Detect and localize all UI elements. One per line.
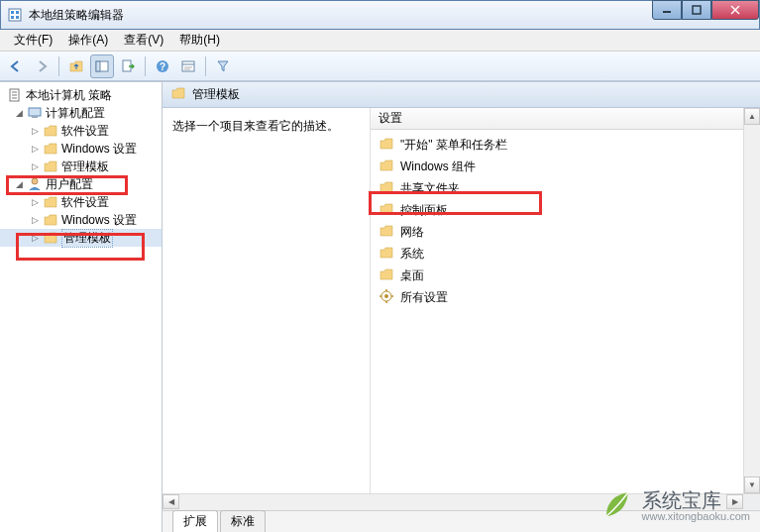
- window-controls: [652, 0, 759, 20]
- expand-icon[interactable]: ▷: [30, 144, 40, 154]
- svg-rect-6: [693, 6, 701, 14]
- list-item[interactable]: 桌面: [371, 265, 760, 286]
- list-item[interactable]: 系统: [371, 243, 760, 265]
- user-icon: [27, 176, 43, 192]
- folder-icon: [43, 123, 58, 139]
- column-label: 设置: [379, 110, 402, 127]
- toolbar: ?: [0, 52, 760, 81]
- svg-point-24: [32, 178, 38, 184]
- description-prompt: 选择一个项目来查看它的描述。: [172, 118, 360, 135]
- collapse-icon[interactable]: ◢: [14, 108, 24, 118]
- content-title: 管理模板: [192, 86, 240, 103]
- tree-label: Windows 设置: [61, 141, 137, 158]
- list-item[interactable]: 共享文件夹: [371, 177, 760, 199]
- tree-user-config[interactable]: ◢ 用户配置: [0, 175, 162, 193]
- folder-icon: [170, 85, 186, 104]
- folder-icon: [379, 158, 394, 176]
- menu-action[interactable]: 操作(A): [60, 30, 116, 51]
- watermark-name: 系统宝库: [642, 490, 750, 510]
- list-item[interactable]: 控制面板: [371, 199, 760, 221]
- close-button[interactable]: [711, 0, 759, 20]
- content-header: 管理模板: [163, 82, 760, 108]
- tree-cc-windows[interactable]: ▷ Windows 设置: [0, 140, 162, 158]
- tree-pane: 本地计算机 策略 ◢ 计算机配置 ▷ 软件设置 ▷ Windows 设置 ▷ 管…: [0, 82, 163, 532]
- items-panel: 设置 "开始" 菜单和任务栏 Windows 组件 共享文件夹 控制面板 网络 …: [371, 108, 760, 493]
- svg-point-26: [384, 294, 388, 298]
- column-header-setting[interactable]: 设置: [371, 108, 760, 130]
- tree-uc-windows[interactable]: ▷ Windows 设置: [0, 211, 162, 229]
- up-button[interactable]: [64, 54, 88, 78]
- minimize-button[interactable]: [652, 0, 682, 20]
- tab-extended[interactable]: 扩展: [172, 510, 218, 532]
- expand-icon[interactable]: ▷: [30, 197, 40, 207]
- app-icon: [7, 7, 23, 23]
- tree-label: 软件设置: [61, 123, 109, 140]
- window-title: 本地组策略编辑器: [29, 7, 652, 24]
- menu-help[interactable]: 帮助(H): [171, 30, 228, 51]
- folder-icon: [379, 223, 394, 242]
- content-pane: 管理模板 选择一个项目来查看它的描述。 设置 "开始" 菜单和任务栏 Windo…: [163, 82, 760, 532]
- folder-icon: [43, 159, 58, 174]
- svg-rect-0: [9, 9, 21, 21]
- toolbar-separator: [205, 56, 206, 76]
- vertical-scrollbar[interactable]: ▲ ▼: [743, 108, 760, 493]
- tree-uc-software[interactable]: ▷ 软件设置: [0, 193, 162, 211]
- tree-uc-admin[interactable]: ▷ 管理模板: [0, 229, 162, 247]
- scroll-up-icon[interactable]: ▲: [744, 108, 760, 125]
- svg-text:?: ?: [160, 61, 165, 72]
- maximize-button[interactable]: [682, 0, 711, 20]
- toolbar-separator: [145, 56, 146, 76]
- svg-rect-2: [16, 11, 19, 14]
- tree-cc-admin[interactable]: ▷ 管理模板: [0, 158, 162, 175]
- policy-tree: 本地计算机 策略 ◢ 计算机配置 ▷ 软件设置 ▷ Windows 设置 ▷ 管…: [0, 86, 162, 247]
- list-item[interactable]: "开始" 菜单和任务栏: [371, 134, 760, 156]
- tree-label: 管理模板: [61, 159, 109, 175]
- svg-rect-22: [29, 108, 41, 116]
- item-label: 控制面板: [400, 202, 448, 219]
- item-label: Windows 组件: [400, 159, 476, 175]
- export-button[interactable]: [116, 54, 140, 78]
- policy-icon: [7, 87, 23, 103]
- expand-icon[interactable]: ▷: [30, 233, 40, 243]
- item-label: "开始" 菜单和任务栏: [400, 137, 507, 154]
- folder-icon: [43, 212, 58, 228]
- watermark-text: 系统宝库 www.xitongbaoku.com: [642, 490, 750, 522]
- forward-button[interactable]: [30, 54, 54, 78]
- settings-icon: [379, 288, 394, 307]
- tree-label: Windows 设置: [61, 212, 137, 229]
- expand-icon[interactable]: ▷: [30, 215, 40, 225]
- help-button[interactable]: ?: [151, 54, 174, 78]
- list-item[interactable]: 所有设置: [371, 286, 760, 308]
- tab-standard[interactable]: 标准: [220, 510, 266, 532]
- list-item[interactable]: Windows 组件: [371, 156, 760, 177]
- folder-icon: [379, 245, 394, 264]
- expand-icon[interactable]: ▷: [30, 126, 40, 136]
- item-label: 共享文件夹: [400, 180, 460, 197]
- item-label: 系统: [400, 246, 424, 263]
- menu-view[interactable]: 查看(V): [116, 30, 171, 51]
- expand-icon[interactable]: ▷: [30, 161, 40, 171]
- item-label: 所有设置: [400, 289, 448, 306]
- scroll-left-icon[interactable]: ◀: [163, 494, 179, 509]
- list-item[interactable]: 网络: [371, 221, 760, 243]
- filter-button[interactable]: [211, 54, 235, 78]
- tree-cc-software[interactable]: ▷ 软件设置: [0, 122, 162, 140]
- collapse-icon[interactable]: ◢: [14, 179, 24, 189]
- description-panel: 选择一个项目来查看它的描述。: [163, 108, 371, 493]
- toolbar-separator: [58, 56, 59, 76]
- tree-computer-config[interactable]: ◢ 计算机配置: [0, 104, 162, 122]
- tree-root[interactable]: 本地计算机 策略: [0, 86, 162, 104]
- folder-icon: [43, 194, 58, 210]
- menu-file[interactable]: 文件(F): [6, 30, 60, 51]
- tree-label: 软件设置: [61, 194, 109, 211]
- content-body: 选择一个项目来查看它的描述。 设置 "开始" 菜单和任务栏 Windows 组件…: [163, 108, 760, 493]
- folder-icon: [43, 230, 58, 246]
- folder-icon: [379, 136, 394, 155]
- watermark: 系统宝库 www.xitongbaoku.com: [600, 486, 750, 526]
- item-list: "开始" 菜单和任务栏 Windows 组件 共享文件夹 控制面板 网络 系统 …: [371, 130, 760, 493]
- tree-label: 管理模板: [61, 229, 113, 248]
- properties-button[interactable]: [176, 54, 200, 78]
- show-hide-tree-button[interactable]: [90, 54, 114, 78]
- computer-icon: [27, 105, 43, 121]
- back-button[interactable]: [4, 54, 28, 78]
